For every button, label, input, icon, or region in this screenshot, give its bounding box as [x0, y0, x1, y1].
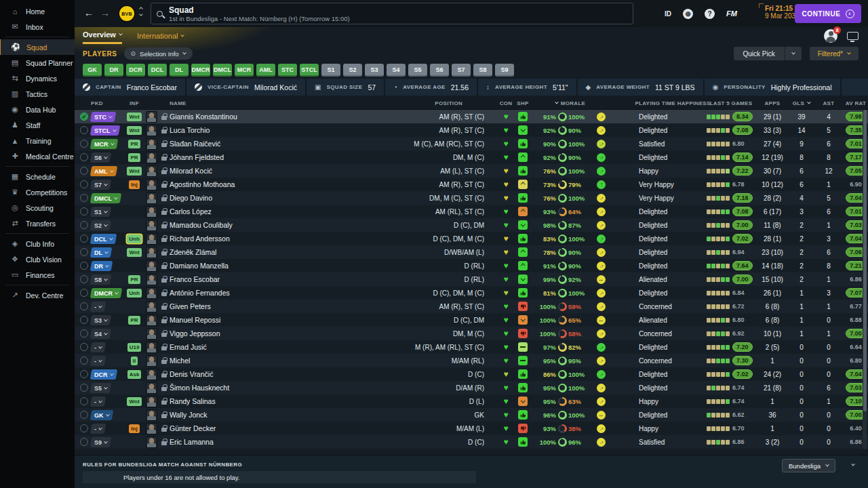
row-checkbox[interactable] [80, 235, 88, 243]
quick-pick-dropdown[interactable] [785, 47, 802, 60]
player-row[interactable]: S5Šimon HausknechtD/AM (R)♥95%100%→Delig… [75, 381, 868, 394]
back-button[interactable]: ← [84, 7, 94, 18]
player-row[interactable]: -WntRandy SalinasD (L)♥95%63%→Happy6.741… [75, 394, 868, 408]
row-checkbox[interactable] [80, 343, 88, 351]
pkd-badge[interactable]: DMCL [90, 193, 122, 203]
player-row[interactable]: S8PRFranco EscobarD (RL)♥99%92%→Alienate… [75, 272, 868, 286]
row-checkbox[interactable] [80, 397, 88, 405]
row-checkbox[interactable] [80, 262, 88, 270]
col-name[interactable]: NAME [170, 100, 285, 106]
player-row[interactable]: S3PRManuel RepossiD (C), DM♥100%65%→Alie… [75, 313, 868, 327]
player-name[interactable]: Denis Vrančić [170, 370, 285, 378]
sidebar-item-inbox[interactable]: ✉Inbox [0, 19, 75, 35]
player-row[interactable]: -IIMichelM/AM (RL)♥95%95%→Concerned7.301… [75, 354, 868, 367]
pkd-badge[interactable]: MCR [90, 139, 118, 149]
player-row[interactable]: MCRPRSlađan RaičevićM (C), AM (RC), ST (… [75, 137, 868, 150]
row-checkbox[interactable] [80, 411, 88, 419]
pkd-badge[interactable]: STCL [90, 125, 120, 136]
position-filter-dmcl[interactable]: DMCL [213, 64, 232, 77]
world-icon[interactable]: ⊕ [683, 9, 693, 19]
player-name[interactable]: Eric Lamanna [170, 438, 285, 446]
fm-logo-icon[interactable]: FM [726, 9, 737, 18]
player-name[interactable]: Luca Torchio [170, 126, 285, 134]
row-checkbox[interactable] [80, 167, 88, 175]
position-filter-s6[interactable]: S6 [430, 64, 449, 77]
club-switcher-icon[interactable] [140, 7, 142, 16]
position-filter-s9[interactable]: S9 [495, 64, 514, 77]
pkd-badge[interactable]: S1 [90, 207, 112, 217]
col-position[interactable]: POSITION [285, 100, 490, 106]
player-row[interactable]: DRDamiano ManzellaD (RL)♥91%90%→Delighte… [75, 259, 868, 272]
tab-overview[interactable]: Overview [83, 27, 122, 44]
pkd-badge[interactable]: S3 [90, 315, 112, 325]
position-filter-s3[interactable]: S3 [365, 64, 384, 77]
sidebar-item-competitions[interactable]: ♛Competitions [0, 184, 75, 200]
player-name[interactable]: Šimon Hausknecht [170, 384, 285, 392]
forward-button[interactable]: → [100, 7, 110, 18]
row-checkbox[interactable] [80, 275, 88, 283]
sidebar-item-data-hub[interactable]: ◉Data Hub [0, 102, 75, 117]
sidebar-item-transfers[interactable]: ⇄Transfers [0, 216, 75, 231]
player-row[interactable]: DCRAskDenis VrančićD (C)♥86%100%→Delight… [75, 367, 868, 381]
pkd-badge[interactable]: DR [90, 261, 113, 271]
col-playing-time-happiness[interactable]: PLAYING TIME HAPPINESS [639, 100, 707, 106]
position-filter-dcr[interactable]: DCR [126, 64, 145, 77]
pkd-badge[interactable]: STC [90, 112, 117, 122]
col-inf[interactable]: INF [125, 100, 144, 106]
sidebar-item-dev-centre[interactable]: ↗Dev. Centre [0, 287, 75, 303]
player-name[interactable]: Milorad Kocić [170, 167, 285, 175]
row-checkbox[interactable] [80, 329, 88, 338]
row-checkbox[interactable] [80, 289, 88, 297]
player-row[interactable]: AMLWntMilorad KocićAM (L), ST (C)♥76%100… [75, 164, 868, 178]
col-morale[interactable]: MORALE [532, 100, 609, 106]
pkd-badge[interactable]: GK [90, 410, 113, 420]
player-row[interactable]: S4Viggo JeppssonDM, M (C)♥100%58%→Concer… [75, 327, 868, 340]
player-name[interactable]: Damiano Manzella [170, 262, 285, 270]
quick-pick-button[interactable]: Quick Pick [734, 47, 785, 60]
selection-info-button[interactable]: ⊙ Selection Info [124, 47, 193, 60]
player-name[interactable]: Ernad Jusić [170, 343, 285, 351]
player-row[interactable]: S6PRJóhann FjeldstedDM, M (C)♥92%90%→Del… [75, 150, 868, 164]
position-filter-s7[interactable]: S7 [452, 64, 471, 77]
player-name[interactable]: Viggo Jeppsson [170, 329, 285, 338]
row-checkbox[interactable] [80, 384, 88, 392]
tab-international[interactable]: International [137, 27, 184, 44]
row-checkbox[interactable] [80, 221, 88, 229]
player-name[interactable]: Wally Jonck [170, 411, 285, 419]
player-name[interactable]: Michel [170, 357, 285, 365]
player-name[interactable]: Richard Andersson [170, 235, 285, 243]
pkd-badge[interactable]: AML [90, 166, 117, 176]
position-filter-dcl[interactable]: DCL [148, 64, 167, 77]
filter-button[interactable]: Filtered* [810, 47, 859, 60]
player-name[interactable]: Slađan Raičević [170, 140, 285, 148]
row-checkbox[interactable] [80, 357, 88, 365]
col-sharpness[interactable]: SHP [514, 100, 532, 106]
panel-collapse-icon[interactable] [851, 462, 855, 466]
player-row[interactable]: STCLWntLuca TorchioAM (R), ST (C)♥92%90%… [75, 123, 868, 137]
sidebar-item-club-info[interactable]: ◈Club Info [0, 236, 75, 251]
col-av-rat[interactable]: AV RAT [844, 100, 868, 106]
manager-id-icon[interactable]: ID [665, 10, 671, 18]
sidebar-item-home[interactable]: ⌂Home [0, 3, 75, 19]
position-filter-gk[interactable]: GK [83, 64, 102, 77]
player-name[interactable]: Manuel Repossi [170, 316, 285, 324]
player-name[interactable]: Giannis Konstantinou [170, 113, 285, 121]
manager-avatar[interactable]: 8 [824, 29, 837, 43]
player-row[interactable]: ✓STCWntGiannis KonstantinouAM (R), ST (C… [75, 110, 868, 123]
sidebar-item-finances[interactable]: ▭Finances [0, 267, 75, 283]
pkd-badge[interactable]: S6 [90, 152, 112, 163]
player-name[interactable]: Franco Escobar [170, 275, 285, 283]
player-name[interactable]: António Fernandes [170, 289, 285, 297]
position-filter-dl[interactable]: DL [170, 64, 189, 77]
col-gls[interactable]: GLS [789, 100, 814, 106]
row-checkbox[interactable] [80, 316, 88, 324]
competition-dropdown[interactable]: Bundesliga [782, 459, 835, 472]
sidebar-item-schedule[interactable]: ▦Schedule [0, 169, 75, 184]
pkd-badge[interactable]: DL [90, 247, 113, 258]
position-filter-s8[interactable]: S8 [473, 64, 492, 77]
pkd-badge[interactable]: S2 [90, 220, 112, 230]
row-checkbox[interactable] [80, 153, 88, 161]
pkd-badge[interactable]: DCL [90, 234, 117, 244]
pkd-badge[interactable]: S5 [90, 383, 112, 393]
col-last-5-games[interactable]: LAST 5 GAMES [707, 100, 755, 106]
